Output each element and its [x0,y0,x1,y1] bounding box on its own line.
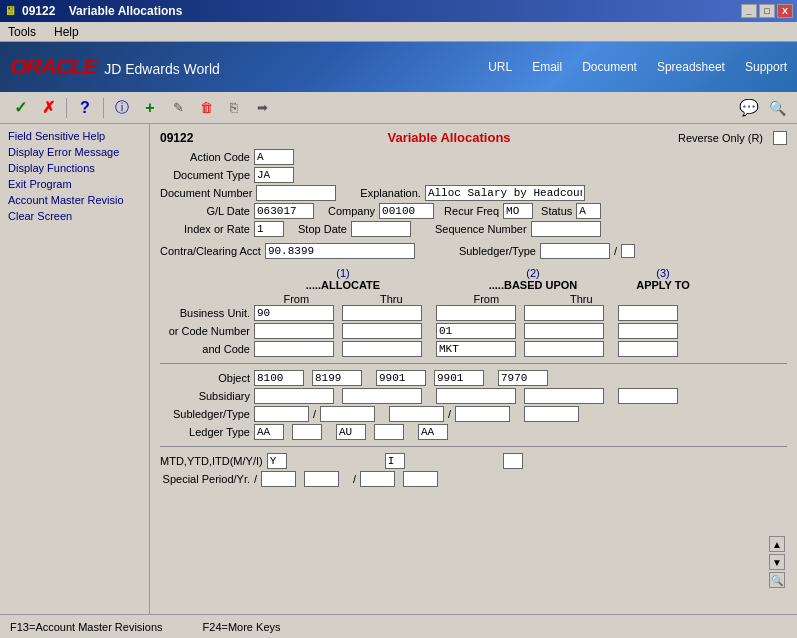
subledger-input[interactable] [540,243,610,259]
sl-from2-input[interactable] [389,406,444,422]
check-button[interactable]: ✓ [8,96,32,120]
sl-from-input[interactable] [254,406,309,422]
sub-thru-input[interactable] [342,388,422,404]
form-area: 09122 Variable Allocations Reverse Only … [150,124,797,614]
bu-from2-input[interactable] [436,305,516,321]
scroll-down-button[interactable]: ▼ [769,554,785,570]
stop-date-input[interactable] [351,221,411,237]
sidebar-item-display-functions[interactable]: Display Functions [8,160,141,176]
based-upon-from-thru: From Thru [438,293,628,305]
zoom-button[interactable]: 🔍 [769,572,785,588]
and-from-input[interactable] [254,341,334,357]
document-type-input[interactable] [254,167,294,183]
gl-date-row: G/L Date Company Recur Freq Status [160,203,787,219]
chat-button[interactable]: 💬 [737,96,761,120]
bu-from-input[interactable] [254,305,334,321]
obj-apply-input[interactable] [498,370,548,386]
help-menu[interactable]: Help [50,23,83,41]
and-thru2-input[interactable] [524,341,604,357]
document-number-label: Document Number [160,187,252,199]
and-apply-input[interactable] [618,341,678,357]
contra-acct-input[interactable] [265,243,415,259]
sp-apply-input[interactable] [403,471,438,487]
code-thru2-input[interactable] [524,323,604,339]
delete-button[interactable]: 🗑 [194,96,218,120]
document-number-input[interactable] [256,185,336,201]
sl-apply-input[interactable] [524,406,579,422]
x-button[interactable]: ✗ [36,96,60,120]
gl-date-input[interactable] [254,203,314,219]
paste-button[interactable]: ➡ [250,96,274,120]
spreadsheet-link[interactable]: Spreadsheet [657,60,725,74]
tools-menu[interactable]: Tools [4,23,40,41]
scroll-up-button[interactable]: ▲ [769,536,785,552]
minimize-button[interactable]: _ [741,4,757,18]
led-apply-input[interactable] [418,424,448,440]
sidebar-item-account-master[interactable]: Account Master Revisio [8,192,141,208]
obj-thru2-input[interactable] [434,370,484,386]
sequence-number-input[interactable] [531,221,601,237]
sidebar-item-clear-screen[interactable]: Clear Screen [8,208,141,224]
question-button[interactable]: ? [73,96,97,120]
document-link[interactable]: Document [582,60,637,74]
code-apply-input[interactable] [618,323,678,339]
obj-thru-input[interactable] [312,370,362,386]
obj-from-input[interactable] [254,370,304,386]
code-from-input[interactable] [254,323,334,339]
sub-from2-input[interactable] [436,388,516,404]
bu-thru-input[interactable] [342,305,422,321]
add-button[interactable]: + [138,96,162,120]
obj-from2-input[interactable] [376,370,426,386]
url-link[interactable]: URL [488,60,512,74]
sp-from-input[interactable] [261,471,296,487]
sl-thru2-input[interactable] [455,406,510,422]
action-code-input[interactable] [254,149,294,165]
maximize-button[interactable]: □ [759,4,775,18]
sub-apply-input[interactable] [618,388,678,404]
bu-thru2-input[interactable] [524,305,604,321]
copy-button[interactable]: ⎘ [222,96,246,120]
recur-freq-input[interactable] [503,203,533,219]
sidebar-item-field-help[interactable]: Field Sensitive Help [8,128,141,144]
allocate-label: .....ALLOCATE [248,279,438,291]
support-link[interactable]: Support [745,60,787,74]
sub-thru2-input[interactable] [524,388,604,404]
mtd-from2-input[interactable] [385,453,405,469]
mtd-apply-input[interactable] [503,453,523,469]
edit-button[interactable]: ✎ [166,96,190,120]
sub-from-input[interactable] [254,388,334,404]
bu-apply-input[interactable] [618,305,678,321]
title-bar: 🖥 09122 Variable Allocations _ □ X [0,0,797,22]
status-input[interactable] [576,203,601,219]
led-from2-input[interactable] [336,424,366,440]
mid-divider [160,363,787,364]
search-button[interactable]: 🔍 [765,96,789,120]
f13-key: F13=Account Master Revisions [10,621,163,633]
sp-thru-input[interactable] [304,471,339,487]
info-button[interactable]: ⓘ [110,96,134,120]
sl-thru-input[interactable] [320,406,375,422]
led-from-input[interactable] [254,424,284,440]
company-input[interactable] [379,203,434,219]
toolbar-right: 💬 🔍 [737,96,789,120]
index-rate-row: Index or Rate Stop Date Sequence Number [160,221,787,237]
led-thru2-input[interactable] [374,424,404,440]
subledger-checkbox[interactable] [621,244,635,258]
close-button[interactable]: X [777,4,793,18]
and-from2-input[interactable] [436,341,516,357]
reverse-only-checkbox[interactable] [773,131,787,145]
code-number-label: or Code Number [160,325,250,337]
sp-from2-input[interactable] [360,471,395,487]
code-thru-input[interactable] [342,323,422,339]
led-thru-input[interactable] [292,424,322,440]
business-unit-row: Business Unit. [160,305,787,321]
subledger-type-row-label: Subledger/Type [160,408,250,420]
explanation-input[interactable] [425,185,585,201]
index-rate-input[interactable] [254,221,284,237]
sidebar-item-display-error[interactable]: Display Error Message [8,144,141,160]
code-from2-input[interactable] [436,323,516,339]
sidebar-item-exit[interactable]: Exit Program [8,176,141,192]
mtd-from-input[interactable] [267,453,287,469]
email-link[interactable]: Email [532,60,562,74]
and-thru-input[interactable] [342,341,422,357]
